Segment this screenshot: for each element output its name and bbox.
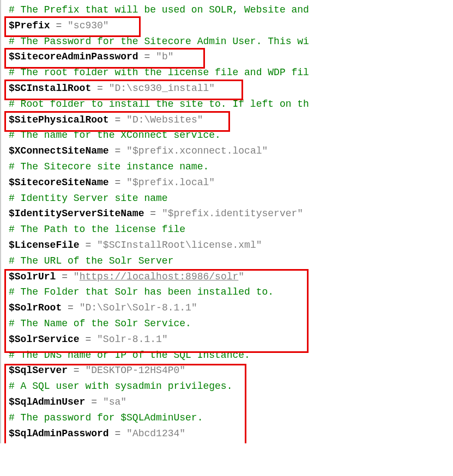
comment-adminpw: # The Password for the Sitecore Admin Us… xyxy=(9,36,309,47)
val-sqlpw: "Abcd1234" xyxy=(126,428,185,439)
comment-solrroot: # The Folder that Solr has been installe… xyxy=(9,286,274,297)
eq: = xyxy=(114,114,120,125)
comment-idserver: # Identity Server site name xyxy=(9,193,168,204)
eq: = xyxy=(114,428,120,439)
eq: = xyxy=(85,334,91,345)
var-adminpw: $SitecoreAdminPassword xyxy=(9,51,138,62)
eq: = xyxy=(56,20,62,31)
var-solrurl: $SolrUrl xyxy=(9,271,56,282)
val-sitename: "$prefix.local" xyxy=(126,177,215,188)
eq: = xyxy=(150,208,156,219)
comment-solrservice: # The Name of the Solr Service. xyxy=(9,318,191,329)
var-sqlserver: $SqlServer xyxy=(9,365,68,376)
comment-physroot: # Root folder to install the site to. If… xyxy=(9,99,309,109)
eq: = xyxy=(114,177,120,188)
var-solrroot: $SolrRoot xyxy=(9,302,62,313)
var-solrservice: $SolrService xyxy=(9,334,80,345)
eq: = xyxy=(85,240,91,251)
val-license: "$SCInstallRoot\license.xml" xyxy=(97,240,262,251)
comment-license: # The Path to the license file xyxy=(9,224,185,235)
comment-solrurl: # The URL of the Solr Server xyxy=(9,255,173,266)
var-sqlpw: $SqlAdminPassword xyxy=(9,428,109,439)
comment-sqlpw: # The password for $SQLAdminUser. xyxy=(9,412,203,423)
var-physroot: $SitePhysicalRoot xyxy=(9,114,109,125)
val-solrroot: "D:\Solr\Solr-8.1.1" xyxy=(80,302,197,313)
val-prefix: "sc930" xyxy=(68,20,109,31)
eq: = xyxy=(91,396,97,407)
val-installroot: "D:\sc930_install" xyxy=(109,83,215,94)
val-xconnect: "$prefix.xconnect.local" xyxy=(126,145,268,156)
var-sitename: $SitecoreSiteName xyxy=(9,177,109,188)
val-adminpw: "b" xyxy=(156,51,173,62)
val-solrservice: "Solr-8.1.1" xyxy=(97,334,168,345)
val-physroot: "D:\Websites" xyxy=(126,114,203,125)
var-installroot: $SCInstallRoot xyxy=(9,83,91,94)
code-block: # The Prefix that will be used on SOLR, … xyxy=(0,0,453,443)
var-idserver: $IdentityServerSiteName xyxy=(9,208,144,219)
comment-prefix: # The Prefix that will be used on SOLR, … xyxy=(9,4,309,15)
comment-sitename: # The Sitecore site instance name. xyxy=(9,161,209,172)
eq: = xyxy=(114,145,120,156)
var-xconnect: $XConnectSiteName xyxy=(9,145,109,156)
val-solrurl-link: https://localhost:8986/solr xyxy=(80,271,239,282)
eq: = xyxy=(97,83,103,94)
val-sqluser: "sa" xyxy=(103,396,126,407)
eq: = xyxy=(62,271,68,282)
comment-installroot: # The root folder with the license file … xyxy=(9,67,309,78)
val-idserver: "$prefix.identityserver" xyxy=(162,208,303,219)
eq: = xyxy=(68,302,74,313)
comment-sqlinstance: # The DNS name or IP of the SQL Instance… xyxy=(9,350,250,361)
val-sqlserver: "DESKTOP-12HS4P0" xyxy=(85,365,185,376)
eq: = xyxy=(144,51,150,62)
val-solrurl-open: " xyxy=(74,271,80,282)
var-prefix: $Prefix xyxy=(9,20,50,31)
comment-xconnect: # The name for the XConnect service. xyxy=(9,130,221,141)
val-solrurl-close: " xyxy=(238,271,244,282)
var-license: $LicenseFile xyxy=(9,240,80,251)
var-sqluser: $SqlAdminUser xyxy=(9,396,85,407)
eq: = xyxy=(74,365,80,376)
comment-sqluser: # A SQL user with sysadmin privileges. xyxy=(9,381,232,392)
